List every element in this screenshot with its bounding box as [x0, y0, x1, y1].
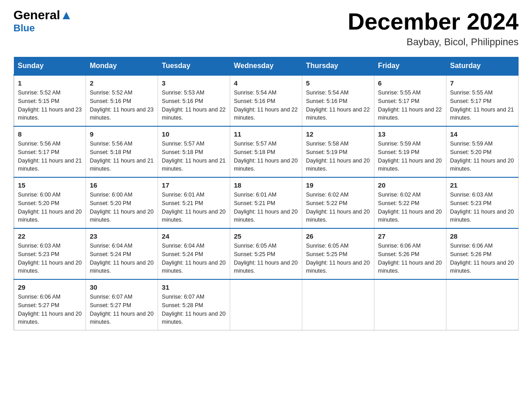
calendar-header-thursday: Thursday: [302, 57, 374, 75]
calendar-header-monday: Monday: [86, 57, 158, 75]
calendar-table: SundayMondayTuesdayWednesdayThursdayFrid…: [13, 57, 519, 330]
day-number: 23: [90, 232, 154, 240]
calendar-header-wednesday: Wednesday: [230, 57, 302, 75]
calendar-cell: 3 Sunrise: 5:53 AM Sunset: 5:16 PM Dayli…: [158, 75, 230, 127]
calendar-cell: [446, 279, 519, 330]
day-number: 8: [18, 130, 82, 138]
day-info: Sunrise: 5:54 AM Sunset: 5:16 PM Dayligh…: [234, 89, 298, 122]
day-info: Sunrise: 6:05 AM Sunset: 5:25 PM Dayligh…: [306, 242, 370, 275]
day-info: Sunrise: 6:07 AM Sunset: 5:28 PM Dayligh…: [162, 293, 226, 326]
day-info: Sunrise: 6:01 AM Sunset: 5:21 PM Dayligh…: [162, 191, 226, 224]
calendar-cell: 30 Sunrise: 6:07 AM Sunset: 5:27 PM Dayl…: [86, 279, 158, 330]
calendar-cell: 22 Sunrise: 6:03 AM Sunset: 5:23 PM Dayl…: [14, 228, 86, 279]
calendar-cell: 11 Sunrise: 5:57 AM Sunset: 5:18 PM Dayl…: [230, 126, 302, 177]
day-info: Sunrise: 6:00 AM Sunset: 5:20 PM Dayligh…: [18, 191, 82, 224]
day-number: 30: [90, 283, 154, 291]
calendar-header-tuesday: Tuesday: [158, 57, 230, 75]
calendar-header-friday: Friday: [374, 57, 446, 75]
day-info: Sunrise: 6:03 AM Sunset: 5:23 PM Dayligh…: [450, 191, 515, 224]
day-number: 3: [162, 79, 226, 87]
logo-general: General▲: [13, 9, 73, 21]
day-info: Sunrise: 5:59 AM Sunset: 5:19 PM Dayligh…: [378, 140, 442, 173]
day-info: Sunrise: 5:52 AM Sunset: 5:15 PM Dayligh…: [18, 89, 82, 122]
day-number: 29: [18, 283, 82, 291]
calendar-cell: 25 Sunrise: 6:05 AM Sunset: 5:25 PM Dayl…: [230, 228, 302, 279]
day-info: Sunrise: 6:05 AM Sunset: 5:25 PM Dayligh…: [234, 242, 298, 275]
day-info: Sunrise: 5:55 AM Sunset: 5:17 PM Dayligh…: [378, 89, 442, 122]
day-number: 13: [378, 130, 442, 138]
day-number: 19: [306, 181, 370, 189]
day-number: 17: [162, 181, 226, 189]
day-info: Sunrise: 5:57 AM Sunset: 5:18 PM Dayligh…: [162, 140, 226, 173]
day-number: 11: [234, 130, 298, 138]
calendar-cell: 17 Sunrise: 6:01 AM Sunset: 5:21 PM Dayl…: [158, 177, 230, 228]
calendar-cell: 19 Sunrise: 6:02 AM Sunset: 5:22 PM Dayl…: [302, 177, 374, 228]
subtitle: Baybay, Bicol, Philippines: [348, 36, 519, 48]
day-info: Sunrise: 6:01 AM Sunset: 5:21 PM Dayligh…: [234, 191, 298, 224]
calendar-week-row: 29 Sunrise: 6:06 AM Sunset: 5:27 PM Dayl…: [14, 279, 519, 330]
day-info: Sunrise: 5:59 AM Sunset: 5:20 PM Dayligh…: [450, 140, 515, 173]
day-info: Sunrise: 6:04 AM Sunset: 5:24 PM Dayligh…: [162, 242, 226, 275]
calendar-cell: 6 Sunrise: 5:55 AM Sunset: 5:17 PM Dayli…: [374, 75, 446, 127]
day-info: Sunrise: 6:02 AM Sunset: 5:22 PM Dayligh…: [378, 191, 442, 224]
day-info: Sunrise: 6:04 AM Sunset: 5:24 PM Dayligh…: [90, 242, 154, 275]
calendar-header-sunday: Sunday: [14, 57, 86, 75]
day-number: 18: [234, 181, 298, 189]
calendar-cell: 7 Sunrise: 5:55 AM Sunset: 5:17 PM Dayli…: [446, 75, 519, 127]
calendar-header-saturday: Saturday: [446, 57, 519, 75]
calendar-cell: 18 Sunrise: 6:01 AM Sunset: 5:21 PM Dayl…: [230, 177, 302, 228]
calendar-cell: 29 Sunrise: 6:06 AM Sunset: 5:27 PM Dayl…: [14, 279, 86, 330]
calendar-cell: 2 Sunrise: 5:52 AM Sunset: 5:16 PM Dayli…: [86, 75, 158, 127]
calendar-cell: 26 Sunrise: 6:05 AM Sunset: 5:25 PM Dayl…: [302, 228, 374, 279]
calendar-cell: 4 Sunrise: 5:54 AM Sunset: 5:16 PM Dayli…: [230, 75, 302, 127]
calendar-cell: 15 Sunrise: 6:00 AM Sunset: 5:20 PM Dayl…: [14, 177, 86, 228]
day-info: Sunrise: 5:55 AM Sunset: 5:17 PM Dayligh…: [450, 89, 515, 122]
calendar-cell: [230, 279, 302, 330]
logo-triangle-icon: ▲: [60, 8, 73, 22]
day-number: 21: [450, 181, 515, 189]
main-title: December 2024: [348, 9, 519, 34]
calendar-cell: 27 Sunrise: 6:06 AM Sunset: 5:26 PM Dayl…: [374, 228, 446, 279]
day-info: Sunrise: 5:56 AM Sunset: 5:17 PM Dayligh…: [18, 140, 82, 173]
calendar-cell: 31 Sunrise: 6:07 AM Sunset: 5:28 PM Dayl…: [158, 279, 230, 330]
calendar-cell: 23 Sunrise: 6:04 AM Sunset: 5:24 PM Dayl…: [86, 228, 158, 279]
day-number: 25: [234, 232, 298, 240]
day-info: Sunrise: 5:54 AM Sunset: 5:16 PM Dayligh…: [306, 89, 370, 122]
day-info: Sunrise: 6:03 AM Sunset: 5:23 PM Dayligh…: [18, 242, 82, 275]
day-number: 1: [18, 79, 82, 87]
day-number: 7: [450, 79, 515, 87]
calendar-cell: 21 Sunrise: 6:03 AM Sunset: 5:23 PM Dayl…: [446, 177, 519, 228]
calendar-week-row: 15 Sunrise: 6:00 AM Sunset: 5:20 PM Dayl…: [14, 177, 519, 228]
calendar-week-row: 22 Sunrise: 6:03 AM Sunset: 5:23 PM Dayl…: [14, 228, 519, 279]
calendar-cell: [302, 279, 374, 330]
calendar-week-row: 8 Sunrise: 5:56 AM Sunset: 5:17 PM Dayli…: [14, 126, 519, 177]
calendar-cell: 8 Sunrise: 5:56 AM Sunset: 5:17 PM Dayli…: [14, 126, 86, 177]
logo: General▲ Blue: [13, 9, 73, 34]
calendar-cell: 16 Sunrise: 6:00 AM Sunset: 5:20 PM Dayl…: [86, 177, 158, 228]
calendar-cell: 9 Sunrise: 5:56 AM Sunset: 5:18 PM Dayli…: [86, 126, 158, 177]
day-info: Sunrise: 6:06 AM Sunset: 5:26 PM Dayligh…: [450, 242, 515, 275]
logo-blue-text: Blue: [13, 22, 35, 34]
day-info: Sunrise: 6:06 AM Sunset: 5:26 PM Dayligh…: [378, 242, 442, 275]
day-info: Sunrise: 5:53 AM Sunset: 5:16 PM Dayligh…: [162, 89, 226, 122]
calendar-cell: 20 Sunrise: 6:02 AM Sunset: 5:22 PM Dayl…: [374, 177, 446, 228]
day-number: 9: [90, 130, 154, 138]
day-number: 27: [378, 232, 442, 240]
calendar-week-row: 1 Sunrise: 5:52 AM Sunset: 5:15 PM Dayli…: [14, 75, 519, 127]
day-info: Sunrise: 6:02 AM Sunset: 5:22 PM Dayligh…: [306, 191, 370, 224]
calendar-cell: 12 Sunrise: 5:58 AM Sunset: 5:19 PM Dayl…: [302, 126, 374, 177]
day-number: 6: [378, 79, 442, 87]
calendar-cell: 10 Sunrise: 5:57 AM Sunset: 5:18 PM Dayl…: [158, 126, 230, 177]
calendar-cell: 5 Sunrise: 5:54 AM Sunset: 5:16 PM Dayli…: [302, 75, 374, 127]
day-info: Sunrise: 5:57 AM Sunset: 5:18 PM Dayligh…: [234, 140, 298, 173]
calendar-cell: [374, 279, 446, 330]
day-info: Sunrise: 6:06 AM Sunset: 5:27 PM Dayligh…: [18, 293, 82, 326]
day-number: 20: [378, 181, 442, 189]
day-number: 4: [234, 79, 298, 87]
day-info: Sunrise: 6:07 AM Sunset: 5:27 PM Dayligh…: [90, 293, 154, 326]
page-header: General▲ Blue December 2024 Baybay, Bico…: [13, 9, 519, 48]
day-number: 31: [162, 283, 226, 291]
day-info: Sunrise: 5:52 AM Sunset: 5:16 PM Dayligh…: [90, 89, 154, 122]
title-block: December 2024 Baybay, Bicol, Philippines: [348, 9, 519, 48]
day-number: 22: [18, 232, 82, 240]
